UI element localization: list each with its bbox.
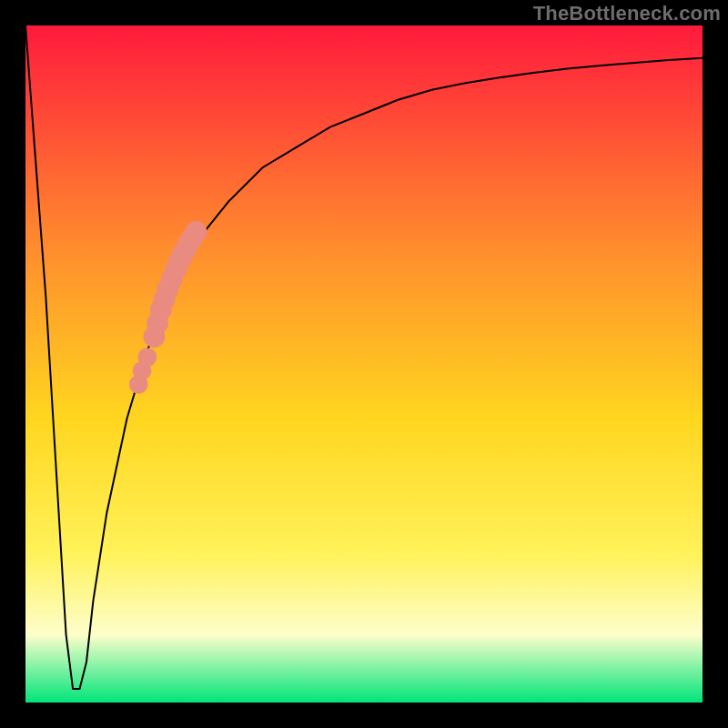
chart-stage: TheBottleneck.com bbox=[0, 0, 728, 728]
watermark-text: TheBottleneck.com bbox=[533, 2, 721, 25]
curve-marker bbox=[186, 221, 207, 243]
curve-marker bbox=[138, 348, 157, 367]
bottleneck-chart bbox=[0, 0, 728, 728]
plot-area bbox=[25, 25, 703, 703]
